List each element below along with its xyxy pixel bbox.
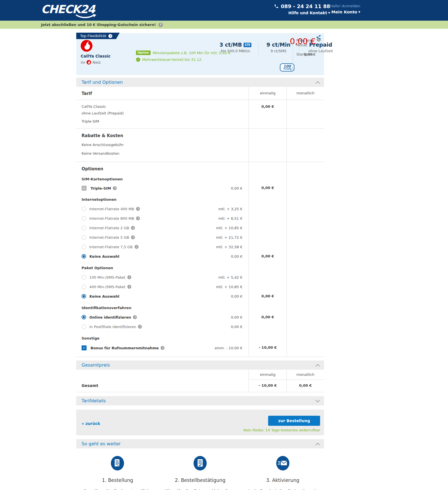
option-label: Keine Auswahl: [89, 254, 119, 259]
option-price: mtl. + 3,25 €: [218, 207, 242, 211]
tarif-options-table: Tarif einmalig monatlich CallYa Classic …: [76, 87, 324, 357]
option-price: mtl. + 5,42 €: [218, 275, 242, 279]
internet-7-5gb-radio[interactable]: [82, 245, 86, 249]
step-bestellbestaetigung: 2. Bestellbestätigung Wir prüfen Ihre Da…: [159, 456, 242, 490]
section-title: Tarifdetails: [82, 398, 106, 403]
option-label: Online identifizieren: [89, 315, 131, 319]
info-icon[interactable]: i: [108, 34, 112, 38]
sim-group-row: SIM-Kartenoptionen: [76, 171, 324, 181]
offer-summary-card: Top Flexibilität i CallYa Classic im Net…: [76, 33, 324, 75]
col-header-einmalig: einmalig: [249, 370, 287, 380]
option-einmalig: 0,00 €: [249, 310, 287, 319]
section-header-tarif-optionen[interactable]: Tarif und Optionen: [76, 78, 324, 87]
info-icon[interactable]: i: [131, 226, 135, 230]
login-link[interactable]: Hallo! Anmelden: [330, 4, 360, 8]
internet-5gb-radio[interactable]: [82, 235, 86, 240]
flag-badge-label: Top Flexibilität: [80, 33, 106, 39]
start-price-value: 0,00 €: [304, 52, 316, 56]
network-line: im Netz: [81, 60, 111, 64]
lte-badge: LTE: [244, 43, 251, 47]
col-header-einmalig: einmalig: [249, 87, 287, 100]
tarif-runtime: ohne Laufzeit (Prepaid): [82, 111, 242, 115]
ident-post-radio[interactable]: [82, 324, 86, 329]
option-label: Internet-Flatrate 800 MB: [89, 216, 134, 221]
option-einmalig: 0,00 €: [249, 181, 287, 191]
info-icon[interactable]: i: [133, 315, 137, 319]
question-icon[interactable]: ?: [158, 23, 163, 27]
step-title: 3. Aktivierung: [243, 477, 322, 483]
help-contact-label: Hilfe und Kontakt: [288, 11, 327, 15]
paket-group-heading: Paket Optionen: [76, 259, 249, 270]
step-title: 2. Bestellbestätigung: [161, 477, 240, 483]
option-label: Triple-SIM: [90, 186, 111, 190]
paket-none-radio[interactable]: [82, 294, 86, 298]
gesamt-label: Gesamt: [76, 380, 249, 392]
sim-group-heading: SIM-Kartenoptionen: [76, 171, 249, 181]
info-icon[interactable]: i: [135, 245, 139, 249]
option-label: In Postfiliale identifizieren: [89, 325, 136, 329]
risk-note: Kein Risiko: 14 Tage kostenlos widerrufb…: [244, 428, 320, 432]
confirmation-document-icon: [194, 456, 207, 470]
table-header-row: einmalig monatlich: [76, 370, 324, 380]
section-header-steps[interactable]: So geht es weiter: [76, 439, 324, 448]
info-icon[interactable]: i: [136, 207, 140, 211]
section-header-gesamtpreis[interactable]: Gesamtpreis: [76, 360, 324, 370]
table-header-row: Tarif einmalig monatlich: [76, 87, 324, 100]
provider-block: CallYa Classic im Netz: [81, 40, 111, 64]
paket-100-radio[interactable]: [82, 275, 86, 279]
option-row-internet-7-5gb: Internet-Flatrate 7,5 GB i mtl. + 32,58 …: [76, 240, 324, 249]
ident-online-radio[interactable]: [82, 315, 86, 319]
section-title: So geht es weiter: [82, 441, 121, 446]
gesamt-row: Gesamt - 10,00 € 0,00 €: [76, 380, 324, 392]
steps-row: 1. Bestellung Ihren Wunschtarif mit weni…: [76, 448, 324, 490]
share-icon[interactable]: [316, 35, 321, 40]
option-label: 100 Min-/SMS-Paket: [89, 275, 125, 279]
vodafone-network-icon: [87, 60, 91, 64]
chevron-up-icon: [316, 364, 320, 368]
info-icon[interactable]: i: [161, 346, 165, 350]
option-price: einm. - 10,00 €: [215, 346, 242, 350]
info-icon[interactable]: i: [113, 186, 117, 190]
option-price: 0,00 €: [231, 315, 242, 319]
triple-sim-checkbox[interactable]: ✓: [82, 186, 87, 191]
col-header-monatlich: monatlich: [287, 87, 324, 100]
vat-note: Mehrwertsteuer-Vorteil bis 31.12.: [142, 58, 202, 62]
section-header-tarifdetails[interactable]: Tarifdetails: [76, 396, 324, 405]
option-price: mtl. + 32,58 €: [216, 245, 242, 249]
option-row-internet-400mb: Internet-Flatrate 400 MB i mtl. + 3,25 €: [76, 202, 324, 211]
internet-400mb-radio[interactable]: [82, 207, 86, 211]
internet-none-radio[interactable]: [82, 254, 86, 259]
info-icon[interactable]: i: [131, 235, 135, 239]
mail-sent-icon: [276, 456, 289, 470]
bonus-checkbox[interactable]: ✓: [82, 345, 87, 350]
promo-banner: Jetzt abschließen und 10 € Shopping-Guts…: [0, 21, 448, 29]
step-text: In der Regel erhalten Sie bereits nach k…: [243, 488, 322, 490]
footer-nav: « zurück zur Bestellung Kein Risiko: 14 …: [76, 410, 324, 435]
gesamt-einmalig: - 10,00 €: [249, 380, 287, 392]
info-icon[interactable]: i: [127, 285, 131, 289]
internet-800mb-radio[interactable]: [82, 216, 86, 221]
data-price: 3 ct/MB: [220, 42, 242, 48]
info-icon[interactable]: i: [127, 275, 131, 279]
flag-badge[interactable]: Top Flexibilität i: [76, 33, 120, 39]
option-label: Internet-Flatrate 7,5 GB: [89, 245, 133, 249]
option-price: 0,00 €: [231, 294, 242, 298]
internet-2gb-radio[interactable]: [82, 226, 86, 230]
help-contact-menu[interactable]: Hilfe und Kontakt▼: [274, 11, 330, 15]
step-aktivierung: 3. Aktivierung In der Regel erhalten Sie…: [241, 456, 324, 490]
chevron-down-icon: ▼: [358, 11, 360, 13]
phone-number: 089 - 24 24 11 88: [281, 3, 330, 9]
internet-group-heading: Internetoptionen: [76, 191, 249, 202]
header-contact: 089 - 24 24 11 88 Hilfe und Kontakt▼: [274, 3, 330, 15]
account-menu[interactable]: Mein Konto▼: [330, 10, 360, 14]
option-label: Bonus für Rufnummernmitnahme: [90, 346, 159, 350]
rabatte-item: Keine Versandkosten: [76, 147, 249, 162]
option-price: mtl. + 21,72 €: [216, 235, 242, 240]
option-einmalig: 0,00 €: [249, 249, 287, 259]
paket-400-radio[interactable]: [82, 285, 86, 289]
info-icon[interactable]: i: [138, 325, 142, 329]
order-button[interactable]: zur Bestellung: [268, 416, 320, 426]
info-icon[interactable]: i: [136, 216, 140, 220]
check24-logo[interactable]: CHECK24: [41, 3, 95, 16]
back-link[interactable]: « zurück: [82, 421, 100, 426]
